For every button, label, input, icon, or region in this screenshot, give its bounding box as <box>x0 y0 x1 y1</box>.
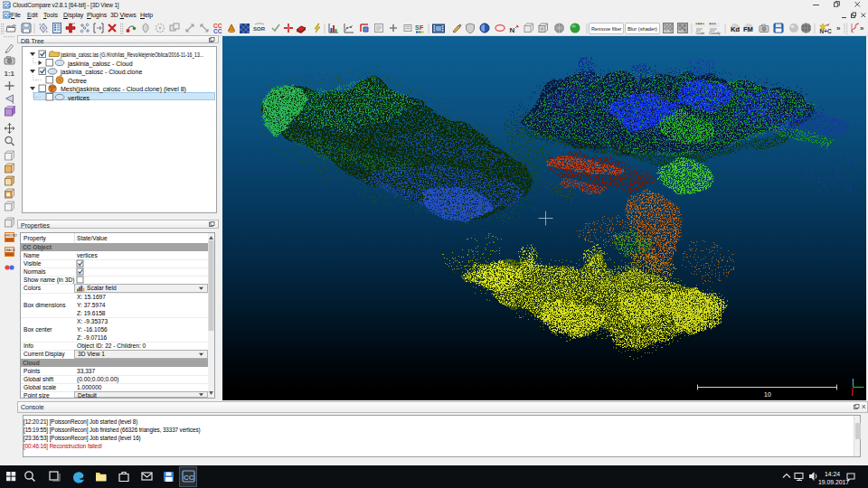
svg-text:EDL: EDL <box>678 30 684 33</box>
svg-text:1.000000: 1.000000 <box>77 384 102 390</box>
svg-text:1:1: 1:1 <box>5 70 15 78</box>
svg-text:N: N <box>510 26 515 34</box>
svg-text:Mesh(jaskinia_calosc - Cloud.c: Mesh(jaskinia_calosc - Cloud.clone) (lev… <box>61 86 186 93</box>
svg-text:Current Display: Current Display <box>24 351 65 358</box>
svg-text:Object ID: 22 - Children: 0: Object ID: 22 - Children: 0 <box>77 343 146 350</box>
svg-text:14:24: 14:24 <box>825 471 840 477</box>
svg-text:Z: 19.6158: Z: 19.6158 <box>77 310 106 316</box>
svg-text:X: 15.1697: X: 15.1697 <box>77 294 106 300</box>
svg-text:10: 10 <box>764 391 771 398</box>
svg-text:Colors: Colors <box>24 285 42 291</box>
svg-text:3D View 1: 3D View 1 <box>78 351 105 357</box>
svg-text:BACK: BACK <box>6 249 16 252</box>
svg-text:Name: Name <box>24 252 40 258</box>
svg-text:»: » <box>860 24 864 33</box>
svg-text:Y: 37.5974: Y: 37.5974 <box>77 302 106 308</box>
svg-text:CC: CC <box>4 3 11 8</box>
svg-text:CC Object: CC Object <box>23 244 52 251</box>
svg-text:»: » <box>836 24 841 33</box>
svg-text:N+C: N+C <box>820 28 832 34</box>
svg-text:Crude: Crude <box>696 32 705 35</box>
svg-text:Info: Info <box>24 343 33 349</box>
svg-text:CC: CC <box>184 474 194 482</box>
svg-text:19.09.2017: 19.09.2017 <box>818 479 849 485</box>
svg-text:State/Value: State/Value <box>77 235 108 241</box>
svg-text:Y: -16.1056: Y: -16.1056 <box>77 326 108 333</box>
svg-text:Point size: Point size <box>24 392 50 398</box>
svg-text:Default: Default <box>78 392 97 398</box>
svg-text:Global shift: Global shift <box>24 376 53 382</box>
svg-text:Classify: Classify <box>709 32 721 35</box>
svg-text:Show name (in 3D): Show name (in 3D) <box>24 277 74 284</box>
svg-text:FM: FM <box>743 25 753 33</box>
svg-text:vertices: vertices <box>77 252 98 258</box>
svg-text:F: F <box>420 24 424 31</box>
svg-text:Remove filter: Remove filter <box>591 25 622 32</box>
svg-text:Cloud: Cloud <box>23 360 40 366</box>
svg-text:Kd: Kd <box>731 25 740 33</box>
svg-text:FRONT: FRONT <box>5 234 18 238</box>
svg-text:LOD: LOD <box>664 30 671 33</box>
svg-text:CC: CC <box>4 13 11 18</box>
svg-text:jaskinia_calosc - Cloud.clone: jaskinia_calosc - Cloud.clone <box>60 69 142 76</box>
svg-text:Octree: Octree <box>68 78 87 84</box>
svg-text:jaskinia_calosc - Cloud: jaskinia_calosc - Cloud <box>67 61 133 68</box>
svg-text:CC: CC <box>213 28 222 34</box>
svg-text:vertices: vertices <box>68 95 90 101</box>
svg-text:Blur (shader): Blur (shader) <box>627 25 657 32</box>
svg-text:Scalar field: Scalar field <box>87 285 117 291</box>
svg-text:Z: -9.07116: Z: -9.07116 <box>77 334 108 341</box>
svg-text:(0.00;0.00;0.00): (0.00;0.00;0.00) <box>77 376 119 383</box>
svg-text:Global scale: Global scale <box>24 384 57 390</box>
svg-text:jaskinia_calosc.las (G:/Kroh/l: jaskinia_calosc.las (G:/Kroh/las_Revo/kl… <box>60 52 203 59</box>
svg-text:SOR: SOR <box>253 26 266 32</box>
svg-text:Points: Points <box>24 368 41 374</box>
svg-text:Visible: Visible <box>24 260 42 267</box>
svg-text:Property: Property <box>24 235 47 242</box>
svg-text:Box center: Box center <box>24 326 52 333</box>
svg-text:Box dimensions: Box dimensions <box>24 302 66 308</box>
svg-text:33,337: 33,337 <box>77 368 96 374</box>
svg-text:Normals: Normals <box>24 268 46 275</box>
svg-text:X: -9.35373: X: -9.35373 <box>77 318 108 324</box>
